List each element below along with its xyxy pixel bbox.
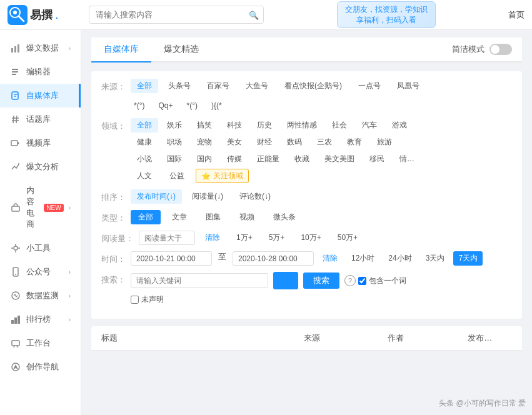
source-sp1[interactable]: *(°) [129,99,149,112]
domain-youxi[interactable]: 游戏 [386,118,413,132]
source-dayu[interactable]: 大鱼号 [239,79,274,93]
domain-caijing[interactable]: 财经 [251,135,278,149]
source-yidian[interactable]: 一点号 [352,79,387,93]
time-clear[interactable]: 清除 [318,251,343,266]
domain-xiaoshuo[interactable]: 小说 [131,152,158,166]
domain-yimin[interactable]: 移民 [363,152,391,166]
sidebar-label-bianji: 编辑器 [26,66,51,78]
time-12h[interactable]: 12小时 [346,251,379,266]
sidebar-item-huati[interactable]: 话题库 [0,108,81,131]
domain-renwen[interactable]: 人文 [131,169,158,183]
domain-meiwen[interactable]: 美文美图 [318,152,361,166]
domain-zhichang[interactable]: 职场 [161,135,188,149]
domain-shuma[interactable]: 数码 [281,135,308,149]
domain-qinggan[interactable]: 两性情感 [281,118,323,132]
sort-comment[interactable]: 评论数(↓) [233,189,277,204]
sidebar-item-paihang[interactable]: 排行榜 › [0,308,81,331]
no-declare-checkbox[interactable] [131,296,139,304]
sidebar-item-shipin[interactable]: 视频库 [0,131,81,155]
domain-qiche[interactable]: 汽车 [356,118,383,132]
time-start-input[interactable] [131,251,212,266]
source-toutiao[interactable]: 头条号 [162,79,197,93]
toggle-knob [491,45,499,54]
domain-lishi[interactable]: 历史 [251,118,278,132]
sidebar-item-jiankong[interactable]: 数据监测 › [0,284,81,308]
sidebar-item-gongzuotai[interactable]: 工作台 [0,331,81,355]
domain-chuanbo[interactable]: 传媒 [221,152,248,166]
nav-icon [10,361,21,372]
domain-chongwu[interactable]: 宠物 [191,135,218,149]
domain-sannong[interactable]: 三农 [311,135,338,149]
domain-lvyou[interactable]: 旅游 [371,135,398,149]
help-icon[interactable]: ? [344,275,356,286]
focus-field-btn[interactable]: ⭐ 关注领域 [196,169,249,183]
domain-zhengneng[interactable]: 正能量 [251,152,286,166]
sort-read[interactable]: 阅读量(↓) [186,189,229,204]
sidebar-item-baobao[interactable]: 爆文数据 › [0,36,81,60]
search-input[interactable] [89,6,264,24]
search-button[interactable]: 搜索 [303,272,339,289]
source-baijia[interactable]: 百家号 [201,79,236,93]
type-all[interactable]: 全部 [131,210,161,224]
source-fenghuang[interactable]: 凤凰号 [391,79,426,93]
domain-meinv[interactable]: 美女 [221,135,248,149]
sidebar-item-bianji[interactable]: 编辑器 [0,60,81,84]
domain-jiankang[interactable]: 健康 [131,135,158,149]
read-options: 清除 1万+ 5万+ 10万+ 50万+ [139,231,512,245]
read-input[interactable] [139,231,195,245]
source-kandian[interactable]: 看点快报(企鹅号) [278,79,348,93]
sort-time[interactable]: 发布时间(↓) [131,189,182,204]
domain-gongyi[interactable]: 公益 [163,169,191,183]
time-3d[interactable]: 3天内 [421,251,450,266]
source-sp3[interactable]: *(°) [181,99,202,112]
search-main-row: 搜索： 搜索 ? 包含一个词 [101,272,512,305]
time-end-input[interactable] [233,251,314,266]
include-word-label[interactable]: 包含一个词 [358,276,406,286]
svg-line-32 [14,346,14,348]
tab-baobao[interactable]: 爆文精选 [151,38,211,62]
include-word-checkbox[interactable] [358,277,366,285]
type-article[interactable]: 文章 [164,210,194,224]
domain-gaoxiao[interactable]: 搞笑 [191,118,218,132]
read-50w[interactable]: 50万+ [331,231,364,245]
type-row: 类型： 全部 文章 图集 视频 微头条 [101,210,512,224]
sidebar-item-gongju[interactable]: 小工具 [0,236,81,260]
time-24h[interactable]: 24小时 [383,251,416,266]
domain-shoucang[interactable]: 收藏 [288,152,316,166]
type-micro[interactable]: 微头条 [266,210,303,224]
type-video[interactable]: 视频 [232,210,262,224]
sidebar-item-zimeiti[interactable]: 自媒体库 [0,84,81,108]
blue-block[interactable] [273,272,298,289]
tabs-row: 自媒体库 爆文精选 简洁模式 [91,38,522,62]
sidebar-item-chuangzuo[interactable]: 创作导航 [0,355,81,379]
domain-all[interactable]: 全部 [131,118,158,132]
read-5w[interactable]: 5万+ [263,231,291,245]
nav-home[interactable]: 首页 [508,9,524,21]
type-gallery[interactable]: 图集 [198,210,228,224]
type-options: 全部 文章 图集 视频 微头条 [131,210,512,224]
sidebar-item-fenxi[interactable]: 爆文分析 [0,155,81,179]
banner-box[interactable]: 交朋友，找资源，学知识 享福利，扫码入看 [337,1,436,29]
source-special-row: *(°) Qq+ *(°) ){(* [101,99,512,112]
read-clear[interactable]: 清除 [199,231,226,245]
source-sp4[interactable]: ){(* [206,99,227,112]
domain-qing[interactable]: 情… [393,152,421,166]
keyword-input[interactable] [131,273,268,288]
domain-guoji[interactable]: 国际 [161,152,188,166]
sidebar-item-dianshang[interactable]: 内容电商 NEW › [0,179,81,236]
search-label: 搜索： [101,272,126,286]
domain-yule[interactable]: 娱乐 [161,118,188,132]
mode-switch[interactable] [489,44,512,55]
source-all[interactable]: 全部 [131,79,158,93]
sidebar-item-gongzhong[interactable]: 公众号 › [0,260,81,284]
read-1w[interactable]: 1万+ [230,231,259,245]
domain-keji[interactable]: 科技 [221,118,248,132]
source-sp2[interactable]: Qq+ [153,99,178,112]
domain-label: 领域： [101,118,126,132]
domain-shehui[interactable]: 社会 [326,118,353,132]
tab-zimeiti[interactable]: 自媒体库 [91,38,151,62]
domain-jiaoyu[interactable]: 教育 [341,135,368,149]
domain-guonei[interactable]: 国内 [191,152,218,166]
time-7d[interactable]: 7天内 [453,251,483,266]
read-10w[interactable]: 10万+ [294,231,327,245]
